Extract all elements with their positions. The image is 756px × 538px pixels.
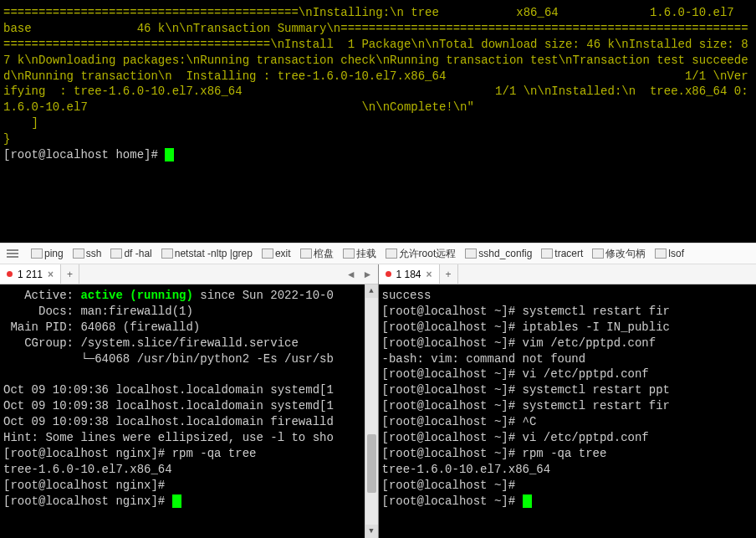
active-label: Active: xyxy=(3,289,80,302)
tb-label: lsof xyxy=(668,248,684,259)
tb-label: sshd_config xyxy=(478,248,532,259)
left-tabbar: 1 211 × + ◄ ► xyxy=(0,264,378,284)
close-icon[interactable]: × xyxy=(48,269,54,280)
tab-label: 1 184 xyxy=(396,269,421,280)
tool-icon xyxy=(343,249,355,259)
tool-icon xyxy=(73,249,84,259)
tb-label: ssh xyxy=(86,248,102,259)
right-output: success [root@localhost ~]# systemctl re… xyxy=(382,289,670,508)
tab-nav: ◄ ► xyxy=(341,264,378,284)
tb-label: ping xyxy=(44,248,64,259)
top-prompt: [root@localhost home]# xyxy=(3,148,174,161)
tb-handle[interactable]: 修改句柄 xyxy=(589,245,649,263)
tb-label: netstat -nltp |grep xyxy=(175,248,253,259)
split-panes: 1 211 × + ◄ ► Active: active (running) s… xyxy=(0,264,756,538)
tb-ssh[interactable]: ssh xyxy=(69,246,105,261)
close-icon[interactable]: × xyxy=(427,269,432,280)
tool-icon xyxy=(592,249,604,259)
tb-disk[interactable]: 棺盘 xyxy=(297,245,337,263)
add-tab-button[interactable]: + xyxy=(61,264,79,284)
cursor-icon xyxy=(165,148,174,161)
left-pane: 1 211 × + ◄ ► Active: active (running) s… xyxy=(0,264,379,538)
tb-label: exit xyxy=(275,248,291,259)
right-tabbar: 1 184 × + xyxy=(379,264,757,284)
scroll-up-icon[interactable]: ▲ xyxy=(365,284,378,298)
left-terminal[interactable]: Active: active (running) since Sun 2022-… xyxy=(0,284,378,538)
tb-root-remote[interactable]: 允许root远程 xyxy=(382,245,460,263)
active-status: active (running) xyxy=(80,289,192,302)
right-pane: 1 184 × + success [root@localhost ~]# sy… xyxy=(379,264,757,538)
tb-exit[interactable]: exit xyxy=(258,246,294,261)
tool-icon xyxy=(31,249,43,259)
status-dot-icon xyxy=(7,271,13,277)
tool-icon xyxy=(655,249,667,259)
right-terminal[interactable]: success [root@localhost ~]# systemctl re… xyxy=(379,284,757,538)
tool-icon xyxy=(262,249,273,259)
left-tab[interactable]: 1 211 × xyxy=(0,264,61,284)
tb-label: df -hal xyxy=(124,248,151,259)
tool-icon xyxy=(110,249,122,259)
tb-df[interactable]: df -hal xyxy=(107,246,155,261)
tb-lsof[interactable]: lsof xyxy=(651,246,687,261)
top-prompt-text: [root@localhost home]# xyxy=(3,148,165,161)
yum-output: ========================================… xyxy=(3,6,756,146)
tb-sshd[interactable]: sshd_config xyxy=(462,246,535,261)
chevron-right-icon[interactable]: ► xyxy=(363,269,373,280)
left-output: Docs: man:firewalld(1) Main PID: 64068 (… xyxy=(3,305,334,508)
tab-label: 1 211 xyxy=(18,269,43,280)
tb-label: tracert xyxy=(554,248,583,259)
scroll-thumb[interactable] xyxy=(367,434,376,493)
tb-label: 挂载 xyxy=(356,247,376,261)
add-tab-button[interactable]: + xyxy=(440,264,458,284)
tool-icon xyxy=(300,249,312,259)
tb-tracert[interactable]: tracert xyxy=(538,246,586,261)
menu-icon[interactable] xyxy=(3,246,22,261)
tb-mount[interactable]: 挂载 xyxy=(340,245,380,263)
tool-icon xyxy=(541,249,553,259)
cursor-icon xyxy=(523,494,532,508)
tool-icon xyxy=(386,249,397,259)
status-dot-icon xyxy=(386,271,391,277)
tb-label: 允许root远程 xyxy=(399,247,457,261)
tb-label: 棺盘 xyxy=(314,247,334,261)
top-terminal[interactable]: ========================================… xyxy=(0,0,756,243)
active-since: since Sun 2022-10-0 xyxy=(193,289,334,302)
tb-ping[interactable]: ping xyxy=(28,246,67,261)
tb-label: 修改句柄 xyxy=(605,247,646,261)
tb-netstat[interactable]: netstat -nltp |grep xyxy=(158,246,256,261)
tool-icon xyxy=(161,249,173,259)
scroll-down-icon[interactable]: ▼ xyxy=(365,525,378,538)
chevron-left-icon[interactable]: ◄ xyxy=(346,269,356,280)
scroll-track[interactable] xyxy=(365,298,378,525)
right-tab[interactable]: 1 184 × xyxy=(379,264,440,284)
left-scrollbar[interactable]: ▲ ▼ xyxy=(365,284,378,538)
command-toolbar: ping ssh df -hal netstat -nltp |grep exi… xyxy=(0,243,756,264)
cursor-icon xyxy=(172,494,181,508)
tool-icon xyxy=(465,249,477,259)
